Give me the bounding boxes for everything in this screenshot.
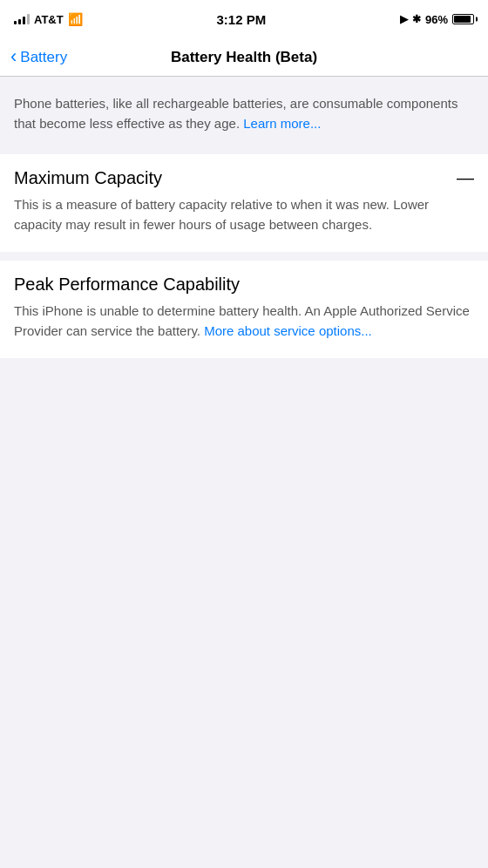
location-icon: ▶ [400, 13, 408, 25]
wifi-icon: 📶 [68, 12, 83, 26]
battery-percent-label: 96% [425, 13, 448, 26]
nav-bar: ‹ Battery Battery Health (Beta) [0, 38, 488, 77]
status-bar: AT&T 📶 3:12 PM ▶ ✱ 96% [0, 0, 488, 38]
peak-performance-card: Peak Performance Capability This iPhone … [0, 261, 488, 358]
battery-fill [454, 16, 471, 23]
max-capacity-body: This is a measure of battery capacity re… [0, 195, 488, 252]
signal-icon [14, 14, 30, 24]
content: Phone batteries, like all rechargeable b… [0, 77, 488, 620]
intro-text: Phone batteries, like all rechargeable b… [14, 94, 474, 133]
max-capacity-card: Maximum Capacity — This is a measure of … [0, 154, 488, 252]
status-right: ▶ ✱ 96% [400, 13, 474, 26]
time-label: 3:12 PM [216, 12, 266, 27]
peak-performance-title: Peak Performance Capability [0, 261, 488, 302]
max-capacity-description: This is a measure of battery capacity re… [14, 195, 474, 234]
peak-performance-body: This iPhone is unable to determine batte… [0, 302, 488, 358]
status-left: AT&T 📶 [14, 12, 83, 26]
max-capacity-title: Maximum Capacity [0, 154, 176, 195]
learn-more-link[interactable]: Learn more... [243, 116, 321, 131]
max-capacity-dash: — [457, 154, 488, 188]
bottom-separator [0, 358, 488, 620]
section-separator [0, 252, 488, 261]
carrier-label: AT&T [34, 13, 64, 26]
intro-section: Phone batteries, like all rechargeable b… [0, 77, 488, 154]
max-capacity-header: Maximum Capacity — [0, 154, 488, 195]
page-title: Battery Health (Beta) [14, 49, 474, 66]
back-button[interactable]: ‹ Battery [10, 49, 67, 66]
back-label: Battery [20, 49, 67, 66]
chevron-left-icon: ‹ [10, 47, 17, 66]
service-options-link[interactable]: More about service options... [204, 323, 372, 338]
bluetooth-icon: ✱ [412, 13, 421, 25]
battery-icon [452, 14, 474, 24]
peak-performance-description: This iPhone is unable to determine batte… [14, 302, 474, 341]
